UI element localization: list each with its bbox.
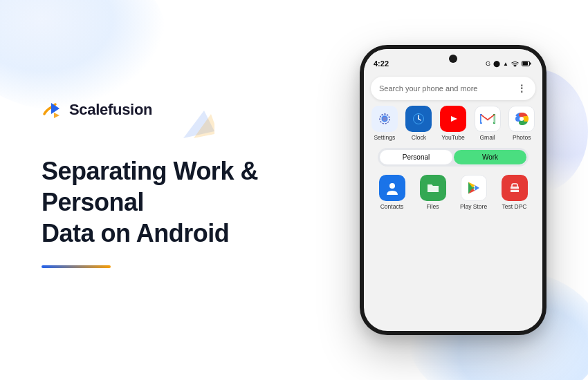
settings-label: Settings [374,134,395,141]
files-label: Files [427,203,439,210]
logo-text: Scalefusion [69,101,152,119]
settings-icon [371,106,398,132]
svg-rect-7 [523,62,529,66]
decorative-triangle [180,107,214,144]
app-testdpc[interactable]: Test DPC [496,175,533,210]
svg-point-15 [418,118,419,120]
clock-label: Clock [412,134,426,141]
playstore-icon [461,175,487,201]
status-icons: G ⬤ ▲ [486,60,531,67]
clock-icon [405,106,432,132]
gmail-label: Gmail [479,134,495,141]
svg-marker-1 [54,113,59,118]
phone-camera-dot [449,55,457,63]
personal-tab[interactable]: Personal [380,150,452,164]
playstore-label: Play Store [460,203,487,210]
main-heading: Separating Work & Personal Data on Andro… [42,155,318,249]
search-bar[interactable]: Search your phone and more ⋮ [371,77,535,100]
svg-point-27 [389,183,395,189]
app-youtube[interactable]: YouTube [438,106,468,141]
phone-mockup: 4:22 G ⬤ ▲ [360,45,546,335]
svg-rect-6 [530,63,531,65]
gmail-icon [475,106,501,132]
app-contacts[interactable]: Contacts [374,175,410,210]
heading-line2: Data on Android [42,219,229,247]
scalefusion-logo-icon [42,99,64,121]
search-placeholder: Search your phone and more [379,84,477,93]
notification-icon: ⬤ [493,60,500,67]
profile-tab-switcher: Personal Work [378,148,529,167]
sync-icon: ▲ [503,61,508,67]
svg-point-10 [383,117,387,121]
app-gmail[interactable]: Gmail [472,106,503,141]
photos-icon [508,106,535,132]
svg-point-25 [520,117,524,121]
files-icon [420,175,446,201]
app-photos[interactable]: Photos [506,106,537,141]
wifi-icon [511,61,519,67]
left-content-area: Scalefusion Separating Work & Personal D… [42,0,318,380]
youtube-icon [440,106,466,132]
google-status-icon: G [486,60,490,67]
contacts-icon [379,175,405,201]
svg-point-4 [515,66,516,67]
app-clock[interactable]: Clock [404,106,434,141]
phone-screen: 4:22 G ⬤ ▲ [364,49,542,331]
youtube-label: YouTube [441,134,464,141]
phone-mockup-container: 4:22 G ⬤ ▲ [360,45,546,335]
heading-underline-decoration [42,265,111,268]
app-files[interactable]: Files [414,175,451,210]
contacts-label: Contacts [380,203,404,210]
app-playstore[interactable]: Play Store [455,175,492,210]
heading-line1: Separating Work & Personal [42,157,258,216]
work-tab[interactable]: Work [454,150,526,164]
battery-icon [522,61,531,66]
search-menu-icon: ⋮ [517,83,527,94]
photos-label: Photos [513,134,531,141]
testdpc-icon [502,175,528,201]
app-grid-row1: Settings Clock [364,106,542,141]
app-grid-row2: Contacts Files [364,175,542,210]
testdpc-label: Test DPC [502,203,527,210]
status-time: 4:22 [374,59,389,68]
app-settings[interactable]: Settings [369,106,400,141]
